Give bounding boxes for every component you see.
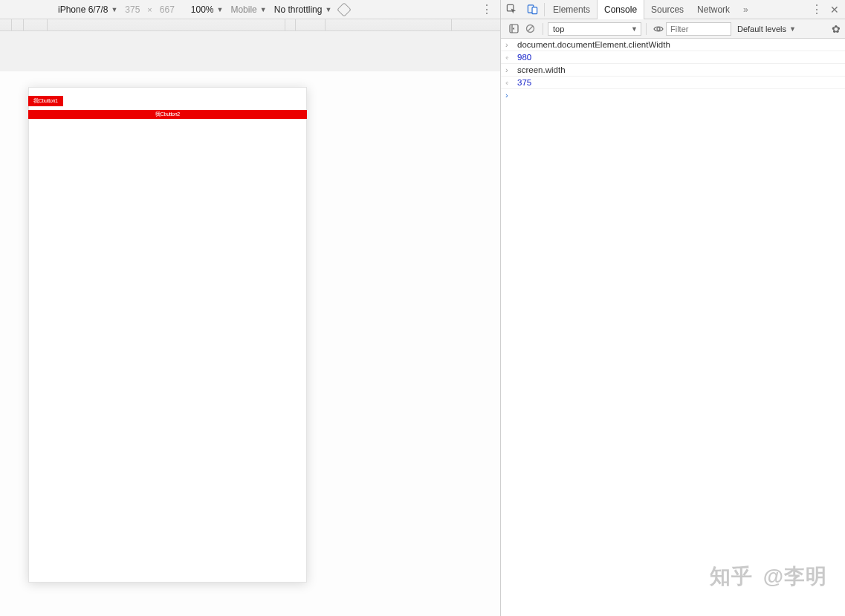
page-button-2[interactable]: 我Cbutton2 bbox=[28, 110, 307, 119]
devtools-pane: Elements Console Sources Network » ⋮ ✕ bbox=[500, 0, 845, 616]
console-prompt-row[interactable] bbox=[501, 89, 845, 101]
chevron-down-icon: ▼ bbox=[325, 6, 331, 13]
device-select-label: iPhone 6/7/8 bbox=[58, 4, 108, 15]
watermark-logo: 知乎 bbox=[710, 562, 753, 591]
height-value[interactable]: 667 bbox=[160, 4, 175, 15]
console-filter-input[interactable] bbox=[666, 22, 731, 36]
console-context-label: top bbox=[553, 25, 564, 33]
tab-overflow[interactable]: » bbox=[736, 0, 755, 19]
separator bbox=[646, 23, 647, 35]
console-output-row: 375 bbox=[501, 77, 845, 89]
ruler-seg bbox=[452, 19, 500, 30]
device-emulation-pane: iPhone 6/7/8 ▼ 375 × 667 100% ▼ Mobile ▼… bbox=[0, 0, 500, 616]
watermark: 知乎 @李明 bbox=[710, 562, 827, 591]
tab-label: Console bbox=[604, 4, 637, 15]
chevron-down-icon: ▼ bbox=[217, 6, 224, 13]
zoom-select[interactable]: 100% ▼ bbox=[191, 4, 224, 15]
device-frame[interactable]: 我Cbutton1 我Cbutton2 bbox=[28, 87, 307, 583]
console-input-row: document.documentElement.clientWidth bbox=[501, 39, 845, 51]
rotate-icon bbox=[337, 2, 352, 17]
separator bbox=[544, 3, 545, 16]
ruler-strip bbox=[0, 19, 500, 31]
tab-bar-end: ⋮ ✕ bbox=[811, 4, 845, 16]
console-levels-select[interactable]: Default levels ▼ bbox=[737, 25, 796, 33]
output-marker-icon bbox=[505, 78, 513, 87]
tab-sources[interactable]: Sources bbox=[644, 0, 690, 19]
tab-label: Sources bbox=[651, 4, 684, 15]
svg-rect-2 bbox=[532, 7, 537, 14]
ruler-seg bbox=[326, 19, 452, 30]
inspect-element-button[interactable] bbox=[501, 0, 522, 19]
device-toolbar: iPhone 6/7/8 ▼ 375 × 667 100% ▼ Mobile ▼… bbox=[0, 0, 500, 19]
dimensions-separator: × bbox=[147, 5, 152, 14]
clear-console-button[interactable] bbox=[522, 21, 538, 37]
console-text: document.documentElement.clientWidth bbox=[517, 40, 670, 49]
live-expression-button[interactable] bbox=[651, 24, 666, 34]
console-text: 980 bbox=[517, 53, 531, 62]
tab-label: Elements bbox=[553, 4, 590, 15]
page-button-1[interactable]: 我Cbutton1 bbox=[28, 96, 63, 106]
width-value[interactable]: 375 bbox=[125, 4, 140, 15]
viewport-bg bbox=[0, 31, 500, 71]
ua-mode-label: Mobile bbox=[230, 4, 256, 15]
viewport-stage: 我Cbutton1 我Cbutton2 bbox=[0, 31, 500, 616]
close-devtools-button[interactable]: ✕ bbox=[830, 4, 839, 16]
device-select[interactable]: iPhone 6/7/8 ▼ bbox=[58, 4, 117, 15]
console-levels-label: Default levels bbox=[737, 25, 786, 33]
device-toolbar-menu[interactable]: ⋮ bbox=[481, 4, 493, 16]
ruler-seg bbox=[12, 19, 24, 30]
gear-icon: ✿ bbox=[832, 23, 841, 35]
throttling-label: No throttling bbox=[274, 4, 323, 15]
watermark-author: @李明 bbox=[763, 562, 827, 591]
separator bbox=[543, 23, 543, 35]
chevron-down-icon: ▼ bbox=[631, 25, 638, 33]
ua-mode-select[interactable]: Mobile ▼ bbox=[230, 4, 266, 15]
console-body[interactable]: document.documentElement.clientWidth 980… bbox=[501, 39, 845, 616]
chevron-down-icon: ▼ bbox=[260, 6, 267, 13]
tab-console[interactable]: Console bbox=[597, 0, 644, 20]
chevron-down-icon: ▼ bbox=[111, 6, 117, 13]
ruler-seg bbox=[285, 19, 296, 30]
toggle-console-sidebar-button[interactable] bbox=[505, 21, 522, 37]
zoom-label: 100% bbox=[191, 4, 214, 15]
output-marker-icon bbox=[505, 53, 513, 62]
console-context-select[interactable]: top ▼ bbox=[548, 22, 641, 36]
ruler-seg bbox=[0, 19, 12, 30]
tab-elements[interactable]: Elements bbox=[546, 0, 597, 19]
devtools-tab-bar: Elements Console Sources Network » ⋮ ✕ bbox=[501, 0, 845, 19]
ruler-seg bbox=[296, 19, 326, 30]
toggle-device-toolbar-button[interactable] bbox=[522, 0, 543, 19]
devtools-menu[interactable]: ⋮ bbox=[811, 4, 823, 16]
prompt-marker-icon bbox=[505, 91, 513, 100]
console-toolbar: top ▼ Default levels ▼ ✿ bbox=[501, 19, 845, 39]
tab-network[interactable]: Network bbox=[690, 0, 736, 19]
throttling-select[interactable]: No throttling ▼ bbox=[274, 4, 332, 15]
console-text: screen.width bbox=[517, 65, 566, 74]
rotate-button[interactable] bbox=[339, 4, 349, 15]
tab-label: Network bbox=[697, 4, 730, 15]
dimensions-group: 375 × 667 bbox=[125, 4, 175, 15]
ruler-seg bbox=[24, 19, 48, 30]
console-settings-button[interactable]: ✿ bbox=[832, 23, 841, 35]
ruler-seg bbox=[48, 19, 285, 30]
console-input-row: screen.width bbox=[501, 64, 845, 77]
console-output-row: 980 bbox=[501, 51, 845, 64]
chevron-down-icon: ▼ bbox=[789, 25, 796, 33]
input-marker-icon bbox=[505, 65, 513, 74]
svg-point-5 bbox=[657, 27, 660, 30]
input-marker-icon bbox=[505, 40, 513, 49]
console-text: 375 bbox=[517, 78, 531, 87]
